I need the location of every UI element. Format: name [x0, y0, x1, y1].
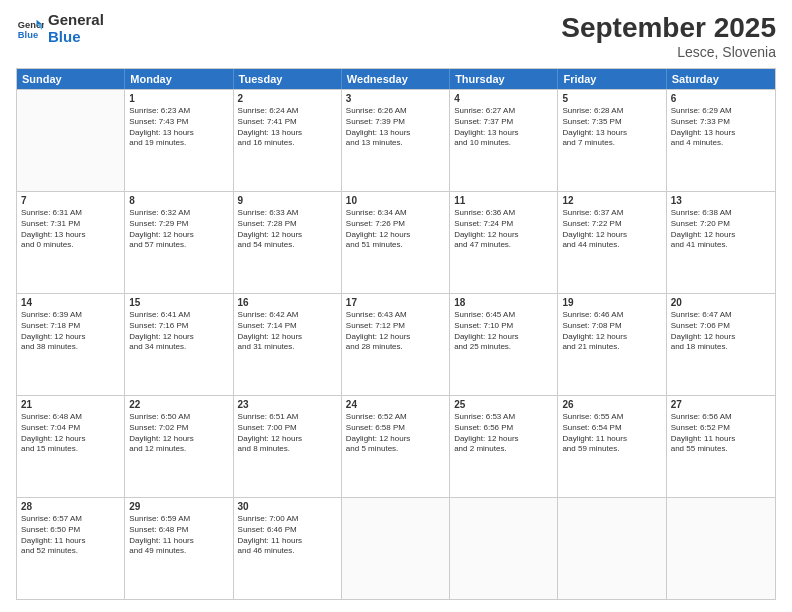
cal-header-saturday: Saturday: [667, 69, 775, 89]
day-info: Sunrise: 7:00 AM Sunset: 6:46 PM Dayligh…: [238, 514, 337, 557]
day-info: Sunrise: 6:36 AM Sunset: 7:24 PM Dayligh…: [454, 208, 553, 251]
title-block: September 2025 Lesce, Slovenia: [561, 12, 776, 60]
cal-day-empty: [667, 498, 775, 599]
day-number: 3: [346, 93, 445, 104]
day-info: Sunrise: 6:24 AM Sunset: 7:41 PM Dayligh…: [238, 106, 337, 149]
day-info: Sunrise: 6:26 AM Sunset: 7:39 PM Dayligh…: [346, 106, 445, 149]
cal-day-14: 14Sunrise: 6:39 AM Sunset: 7:18 PM Dayli…: [17, 294, 125, 395]
day-number: 21: [21, 399, 120, 410]
location: Lesce, Slovenia: [561, 44, 776, 60]
day-number: 16: [238, 297, 337, 308]
cal-day-16: 16Sunrise: 6:42 AM Sunset: 7:14 PM Dayli…: [234, 294, 342, 395]
day-number: 8: [129, 195, 228, 206]
calendar-page: General Blue General Blue September 2025…: [0, 0, 792, 612]
day-info: Sunrise: 6:39 AM Sunset: 7:18 PM Dayligh…: [21, 310, 120, 353]
cal-day-17: 17Sunrise: 6:43 AM Sunset: 7:12 PM Dayli…: [342, 294, 450, 395]
cal-day-empty: [342, 498, 450, 599]
day-number: 25: [454, 399, 553, 410]
day-info: Sunrise: 6:59 AM Sunset: 6:48 PM Dayligh…: [129, 514, 228, 557]
day-info: Sunrise: 6:41 AM Sunset: 7:16 PM Dayligh…: [129, 310, 228, 353]
day-number: 5: [562, 93, 661, 104]
cal-week-1: 1Sunrise: 6:23 AM Sunset: 7:43 PM Daylig…: [17, 89, 775, 191]
day-info: Sunrise: 6:45 AM Sunset: 7:10 PM Dayligh…: [454, 310, 553, 353]
cal-day-25: 25Sunrise: 6:53 AM Sunset: 6:56 PM Dayli…: [450, 396, 558, 497]
day-number: 27: [671, 399, 771, 410]
cal-week-4: 21Sunrise: 6:48 AM Sunset: 7:04 PM Dayli…: [17, 395, 775, 497]
cal-day-12: 12Sunrise: 6:37 AM Sunset: 7:22 PM Dayli…: [558, 192, 666, 293]
day-info: Sunrise: 6:52 AM Sunset: 6:58 PM Dayligh…: [346, 412, 445, 455]
logo-general-text: General: [48, 12, 104, 29]
day-info: Sunrise: 6:37 AM Sunset: 7:22 PM Dayligh…: [562, 208, 661, 251]
day-info: Sunrise: 6:23 AM Sunset: 7:43 PM Dayligh…: [129, 106, 228, 149]
day-info: Sunrise: 6:43 AM Sunset: 7:12 PM Dayligh…: [346, 310, 445, 353]
header: General Blue General Blue September 2025…: [16, 12, 776, 60]
day-number: 20: [671, 297, 771, 308]
cal-day-20: 20Sunrise: 6:47 AM Sunset: 7:06 PM Dayli…: [667, 294, 775, 395]
cal-header-sunday: Sunday: [17, 69, 125, 89]
cal-day-4: 4Sunrise: 6:27 AM Sunset: 7:37 PM Daylig…: [450, 90, 558, 191]
logo: General Blue General Blue: [16, 12, 104, 45]
cal-day-26: 26Sunrise: 6:55 AM Sunset: 6:54 PM Dayli…: [558, 396, 666, 497]
cal-day-30: 30Sunrise: 7:00 AM Sunset: 6:46 PM Dayli…: [234, 498, 342, 599]
day-info: Sunrise: 6:50 AM Sunset: 7:02 PM Dayligh…: [129, 412, 228, 455]
cal-day-empty: [450, 498, 558, 599]
logo-blue-text: Blue: [48, 29, 104, 46]
day-number: 12: [562, 195, 661, 206]
day-number: 2: [238, 93, 337, 104]
day-info: Sunrise: 6:53 AM Sunset: 6:56 PM Dayligh…: [454, 412, 553, 455]
day-info: Sunrise: 6:51 AM Sunset: 7:00 PM Dayligh…: [238, 412, 337, 455]
cal-header-tuesday: Tuesday: [234, 69, 342, 89]
cal-day-23: 23Sunrise: 6:51 AM Sunset: 7:00 PM Dayli…: [234, 396, 342, 497]
day-number: 11: [454, 195, 553, 206]
cal-header-wednesday: Wednesday: [342, 69, 450, 89]
cal-day-18: 18Sunrise: 6:45 AM Sunset: 7:10 PM Dayli…: [450, 294, 558, 395]
cal-day-7: 7Sunrise: 6:31 AM Sunset: 7:31 PM Daylig…: [17, 192, 125, 293]
day-info: Sunrise: 6:33 AM Sunset: 7:28 PM Dayligh…: [238, 208, 337, 251]
cal-day-8: 8Sunrise: 6:32 AM Sunset: 7:29 PM Daylig…: [125, 192, 233, 293]
svg-text:Blue: Blue: [18, 30, 38, 40]
cal-day-empty: [558, 498, 666, 599]
day-info: Sunrise: 6:46 AM Sunset: 7:08 PM Dayligh…: [562, 310, 661, 353]
month-title: September 2025: [561, 12, 776, 44]
day-info: Sunrise: 6:31 AM Sunset: 7:31 PM Dayligh…: [21, 208, 120, 251]
cal-day-6: 6Sunrise: 6:29 AM Sunset: 7:33 PM Daylig…: [667, 90, 775, 191]
day-number: 4: [454, 93, 553, 104]
cal-week-2: 7Sunrise: 6:31 AM Sunset: 7:31 PM Daylig…: [17, 191, 775, 293]
cal-day-11: 11Sunrise: 6:36 AM Sunset: 7:24 PM Dayli…: [450, 192, 558, 293]
cal-header-friday: Friday: [558, 69, 666, 89]
day-info: Sunrise: 6:29 AM Sunset: 7:33 PM Dayligh…: [671, 106, 771, 149]
cal-day-1: 1Sunrise: 6:23 AM Sunset: 7:43 PM Daylig…: [125, 90, 233, 191]
day-number: 10: [346, 195, 445, 206]
cal-day-21: 21Sunrise: 6:48 AM Sunset: 7:04 PM Dayli…: [17, 396, 125, 497]
cal-day-5: 5Sunrise: 6:28 AM Sunset: 7:35 PM Daylig…: [558, 90, 666, 191]
day-number: 6: [671, 93, 771, 104]
day-number: 18: [454, 297, 553, 308]
day-number: 26: [562, 399, 661, 410]
cal-day-3: 3Sunrise: 6:26 AM Sunset: 7:39 PM Daylig…: [342, 90, 450, 191]
calendar-body: 1Sunrise: 6:23 AM Sunset: 7:43 PM Daylig…: [17, 89, 775, 599]
cal-day-empty: [17, 90, 125, 191]
logo-icon: General Blue: [16, 15, 44, 43]
day-info: Sunrise: 6:48 AM Sunset: 7:04 PM Dayligh…: [21, 412, 120, 455]
logo-text: General Blue: [48, 12, 104, 45]
calendar: SundayMondayTuesdayWednesdayThursdayFrid…: [16, 68, 776, 600]
day-info: Sunrise: 6:42 AM Sunset: 7:14 PM Dayligh…: [238, 310, 337, 353]
cal-day-2: 2Sunrise: 6:24 AM Sunset: 7:41 PM Daylig…: [234, 90, 342, 191]
day-info: Sunrise: 6:38 AM Sunset: 7:20 PM Dayligh…: [671, 208, 771, 251]
day-info: Sunrise: 6:56 AM Sunset: 6:52 PM Dayligh…: [671, 412, 771, 455]
day-number: 13: [671, 195, 771, 206]
day-number: 23: [238, 399, 337, 410]
cal-day-28: 28Sunrise: 6:57 AM Sunset: 6:50 PM Dayli…: [17, 498, 125, 599]
cal-day-29: 29Sunrise: 6:59 AM Sunset: 6:48 PM Dayli…: [125, 498, 233, 599]
cal-day-24: 24Sunrise: 6:52 AM Sunset: 6:58 PM Dayli…: [342, 396, 450, 497]
cal-day-13: 13Sunrise: 6:38 AM Sunset: 7:20 PM Dayli…: [667, 192, 775, 293]
day-number: 29: [129, 501, 228, 512]
day-info: Sunrise: 6:55 AM Sunset: 6:54 PM Dayligh…: [562, 412, 661, 455]
day-number: 7: [21, 195, 120, 206]
day-number: 15: [129, 297, 228, 308]
day-info: Sunrise: 6:28 AM Sunset: 7:35 PM Dayligh…: [562, 106, 661, 149]
cal-week-5: 28Sunrise: 6:57 AM Sunset: 6:50 PM Dayli…: [17, 497, 775, 599]
day-number: 28: [21, 501, 120, 512]
day-number: 14: [21, 297, 120, 308]
cal-day-19: 19Sunrise: 6:46 AM Sunset: 7:08 PM Dayli…: [558, 294, 666, 395]
